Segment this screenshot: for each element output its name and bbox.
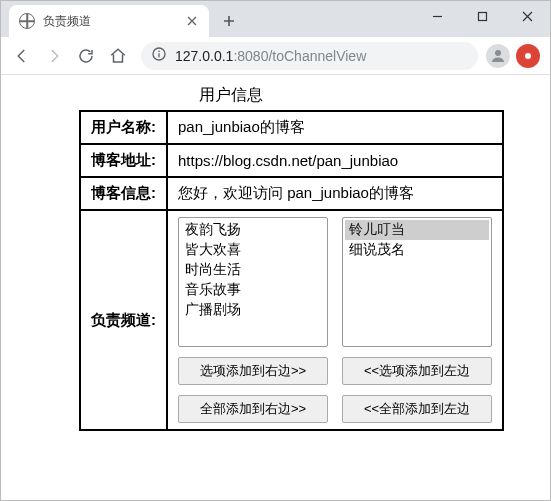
label-username: 用户名称: [80,111,167,144]
address-bar[interactable]: 127.0.0.1:8080/toChannelView [141,42,478,70]
channel-picker: 夜韵飞扬皆大欢喜时尚生活音乐故事广播剧场 选项添加到右边>> 全部添加到右边>>… [167,210,503,430]
all-to-left-button[interactable]: <<全部添加到左边 [342,395,492,423]
browser-toolbar: 127.0.0.1:8080/toChannelView [1,37,550,75]
label-blog-info: 博客信息: [80,177,167,210]
close-window-button[interactable] [505,1,550,31]
globe-icon [19,13,35,29]
table-row: 博客地址: https://blog.csdn.net/pan_junbiao [80,144,503,177]
maximize-button[interactable] [460,1,505,31]
url-text: 127.0.0.1:8080/toChannelView [175,48,366,64]
tab-strip: 负责频道 [1,1,550,37]
list-item[interactable]: 皆大欢喜 [181,240,325,260]
list-item[interactable]: 夜韵飞扬 [181,220,325,240]
right-listbox[interactable]: 铃儿叮当细说茂名 [342,217,492,347]
list-item[interactable]: 音乐故事 [181,280,325,300]
home-button[interactable] [103,41,133,71]
label-blog-url: 博客地址: [80,144,167,177]
back-button[interactable] [7,41,37,71]
table-row: 博客信息: 您好，欢迎访问 pan_junbiao的博客 [80,177,503,210]
list-item[interactable]: 广播剧场 [181,300,325,320]
user-info-table: 用户名称: pan_junbiao的博客 博客地址: https://blog.… [79,110,504,431]
table-row: 负责频道: 夜韵飞扬皆大欢喜时尚生活音乐故事广播剧场 选项添加到右边>> 全部添… [80,210,503,430]
browser-window: 负责频道 [0,0,551,501]
page-title: 用户信息 [199,85,550,106]
close-tab-icon[interactable] [185,14,199,28]
browser-tab[interactable]: 负责频道 [9,5,209,37]
info-icon[interactable] [151,46,167,65]
svg-point-4 [525,53,531,59]
reload-button[interactable] [71,41,101,71]
list-item[interactable]: 铃儿叮当 [345,220,489,240]
all-to-right-button[interactable]: 全部添加到右边>> [178,395,328,423]
list-item[interactable]: 时尚生活 [181,260,325,280]
value-blog-info: 您好，欢迎访问 pan_junbiao的博客 [167,177,503,210]
extension-button[interactable] [516,44,540,68]
page-content: 用户信息 用户名称: pan_junbiao的博客 博客地址: https://… [1,75,550,500]
table-row: 用户名称: pan_junbiao的博客 [80,111,503,144]
list-item[interactable]: 细说茂名 [345,240,489,260]
svg-rect-0 [479,12,487,20]
new-tab-button[interactable] [215,7,243,35]
tab-title: 负责频道 [43,13,177,30]
value-username: pan_junbiao的博客 [167,111,503,144]
label-channels: 负责频道: [80,210,167,430]
value-blog-url: https://blog.csdn.net/pan_junbiao [167,144,503,177]
forward-button[interactable] [39,41,69,71]
add-to-left-button[interactable]: <<选项添加到左边 [342,357,492,385]
left-listbox[interactable]: 夜韵飞扬皆大欢喜时尚生活音乐故事广播剧场 [178,217,328,347]
profile-button[interactable] [486,44,510,68]
minimize-button[interactable] [415,1,460,31]
svg-point-3 [495,50,501,56]
svg-point-2 [158,51,160,53]
add-to-right-button[interactable]: 选项添加到右边>> [178,357,328,385]
